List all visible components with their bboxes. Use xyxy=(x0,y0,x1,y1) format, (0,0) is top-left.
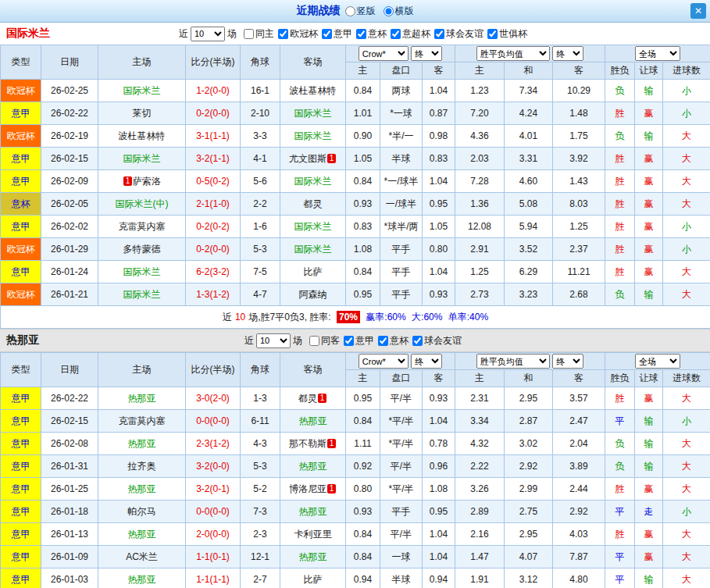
score-cell: 1-2(0-0) xyxy=(186,80,241,102)
match-type-cell: 意甲 xyxy=(1,568,41,588)
competition-checkbox[interactable] xyxy=(309,336,319,346)
euro-away-odds: 10.29 xyxy=(553,80,605,102)
competition-checkbox[interactable] xyxy=(412,336,423,346)
goals-result-value: 大 xyxy=(682,393,691,404)
euro-odds-source-select[interactable]: 胜平负均值 xyxy=(476,46,550,61)
asian-odds-time-select[interactable]: 终 xyxy=(411,354,442,369)
asian-handicap: *一球 xyxy=(380,102,423,125)
handicap-result-value: 输 xyxy=(644,438,654,449)
euro-away-odds: 4.03 xyxy=(553,523,605,546)
match-type-cell: 意甲 xyxy=(1,102,41,125)
layout-radio-option[interactable]: 竖版 xyxy=(345,5,376,18)
scope-select[interactable]: 全场 xyxy=(635,46,680,61)
competition-label: 同主 xyxy=(255,27,274,41)
result-cell: 平 xyxy=(605,501,635,523)
handicap-result-cell: 赢 xyxy=(635,148,663,170)
genoa-near-count-select[interactable]: 10 xyxy=(256,333,291,348)
genoa-table-body: 意甲 26-02-22 热那亚 3-0(2-0) 1-3 都灵1 0.95 平/… xyxy=(1,387,710,588)
away-team-cell: 热那亚 xyxy=(280,501,346,523)
euro-odds-source-select[interactable]: 胜平负均值 xyxy=(476,354,550,369)
inter-team-label: 国际米兰 xyxy=(6,27,50,41)
bookmaker-select[interactable]: Crow* xyxy=(359,46,409,61)
competition-checkbox[interactable] xyxy=(356,29,366,39)
result-cell: 胜 xyxy=(605,170,635,193)
home-team-cell: 热那亚 xyxy=(98,433,186,455)
competition-filter[interactable]: 世俱杯 xyxy=(487,27,527,41)
home-team-name: 国际米兰 xyxy=(123,153,161,164)
result-cell: 负 xyxy=(605,455,635,478)
result-cell: 胜 xyxy=(605,387,635,410)
competition-filter[interactable]: 球会友谊 xyxy=(434,27,483,41)
asian-away-odds: 1.04 xyxy=(423,261,455,283)
competition-checkbox[interactable] xyxy=(391,29,401,39)
euro-odds-time-select[interactable]: 终 xyxy=(552,354,583,369)
euro-draw-header: 和 xyxy=(505,370,553,387)
competition-filter[interactable]: 意甲 xyxy=(322,27,352,41)
home-team-cell: 国际米兰 xyxy=(98,283,186,306)
result-cell: 胜 xyxy=(605,523,635,546)
competition-filter[interactable]: 意杯 xyxy=(356,27,387,41)
result-cell: 胜 xyxy=(605,216,635,238)
competition-filter[interactable]: 意杯 xyxy=(378,334,409,347)
result-value: 胜 xyxy=(615,153,625,164)
away-team-name: 热那亚 xyxy=(299,506,327,517)
score-cell: 0-2(0-0) xyxy=(186,238,241,261)
asian-handicap: 一球 xyxy=(380,546,423,568)
handicap-result-cell: 赢 xyxy=(635,546,663,568)
close-icon[interactable]: ✕ xyxy=(690,3,706,19)
asian-home-header: 主 xyxy=(346,370,380,387)
col-header-away: 客场 xyxy=(280,45,346,80)
result-value: 胜 xyxy=(615,244,625,255)
match-row: 欧冠杯 26-01-29 多特蒙德 0-2(0-0) 5-3 国际米兰 1.08… xyxy=(1,238,710,261)
away-team-name: 国际米兰 xyxy=(294,221,332,232)
competition-filter[interactable]: 球会友谊 xyxy=(412,334,462,347)
away-team-name: 国际米兰 xyxy=(294,108,332,119)
competition-checkbox[interactable] xyxy=(244,29,254,39)
asian-handicap-header: 盘口 xyxy=(380,62,423,80)
layout-radio[interactable] xyxy=(384,6,394,16)
goals-result-cell: 小 xyxy=(663,238,710,261)
away-team-cell: 阿森纳 xyxy=(280,283,346,306)
euro-home-odds: 7.20 xyxy=(455,102,505,125)
asian-away-odds: 1.04 xyxy=(423,546,455,568)
euro-draw-odds: 7.34 xyxy=(505,80,553,102)
euro-odds-time-select[interactable]: 终 xyxy=(552,46,583,61)
goals-result-value: 大 xyxy=(682,529,691,540)
competition-filter[interactable]: 欧冠杯 xyxy=(278,27,318,41)
competition-filter[interactable]: 意超杯 xyxy=(391,27,430,41)
competition-filter[interactable]: 同主 xyxy=(244,27,274,41)
match-row: 意杯 26-02-05 国际米兰(中) 2-1(1-0) 2-2 都灵 0.93… xyxy=(1,193,710,216)
competition-checkbox[interactable] xyxy=(322,29,332,39)
bookmaker-select[interactable]: Crow* xyxy=(359,354,409,369)
asian-odds-time-select[interactable]: 终 xyxy=(411,46,442,61)
goals-result-cell: 小 xyxy=(663,216,710,238)
euro-draw-odds: 3.23 xyxy=(505,283,553,306)
result-header: 胜负 xyxy=(605,62,635,80)
competition-filter[interactable]: 同客 xyxy=(309,334,340,347)
genoa-filter-controls: 近 10 场 同客 意甲 意杯 xyxy=(244,333,466,348)
corner-cell: 1-3 xyxy=(241,387,280,410)
asian-home-odds: 0.92 xyxy=(346,455,380,478)
corner-cell: 1-6 xyxy=(241,216,280,238)
home-team-cell: 多特蒙德 xyxy=(98,238,186,261)
asian-handicap: *平/半 xyxy=(380,478,423,501)
competition-checkbox[interactable] xyxy=(487,29,498,39)
asian-away-odds: 1.04 xyxy=(423,170,455,193)
euro-away-odds: 3.89 xyxy=(553,455,605,478)
asian-home-odds: 0.93 xyxy=(346,501,380,523)
handicap-result-value: 输 xyxy=(644,415,654,426)
competition-checkbox[interactable] xyxy=(378,336,388,346)
competition-checkbox[interactable] xyxy=(278,29,288,39)
layout-radio[interactable] xyxy=(345,6,355,16)
genoa-team-label: 热那亚 xyxy=(6,333,39,347)
competition-checkbox[interactable] xyxy=(434,29,444,39)
scope-select[interactable]: 全场 xyxy=(635,354,680,369)
competition-filter[interactable]: 意甲 xyxy=(344,334,374,347)
handicap-result-value: 赢 xyxy=(644,529,654,540)
inter-near-count-select[interactable]: 10 xyxy=(191,27,225,41)
euro-odds-group-header: 胜平负均值 终 xyxy=(455,353,605,370)
competition-checkbox[interactable] xyxy=(344,336,354,346)
handicap-result-cell: 赢 xyxy=(635,523,663,546)
layout-radio-option[interactable]: 横版 xyxy=(384,5,414,18)
match-date-cell: 26-02-22 xyxy=(41,387,98,410)
